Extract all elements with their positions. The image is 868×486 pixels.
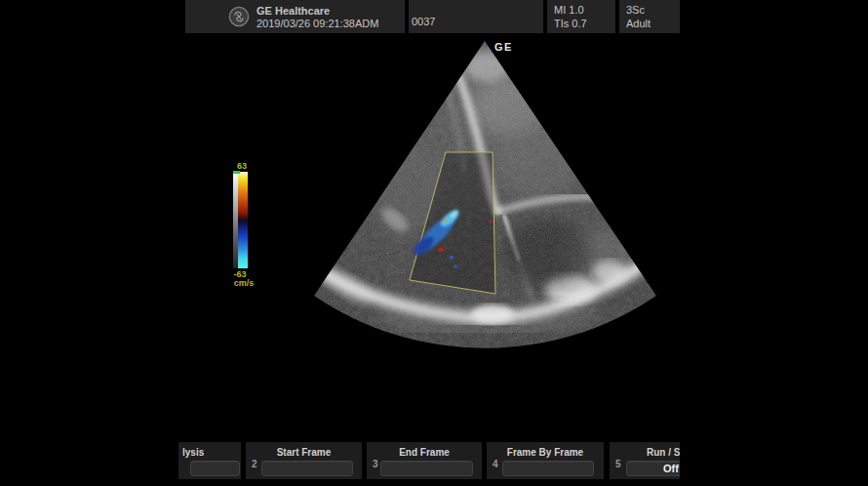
echo-sector-image: GE bbox=[0, 0, 868, 486]
softkey-label: End Frame bbox=[367, 447, 482, 458]
softkey-number: 2 bbox=[252, 459, 257, 469]
baseline-tick bbox=[233, 171, 240, 174]
softkey-label: Frame By Frame bbox=[487, 447, 604, 458]
velocity-unit-label: cm/s bbox=[229, 278, 258, 288]
softkey-number: 3 bbox=[373, 459, 378, 469]
softkey-label: Start Frame bbox=[246, 447, 362, 458]
velocity-max-label: 63 bbox=[230, 161, 254, 171]
softkey-label: lysis bbox=[178, 447, 241, 458]
velocity-colorbar bbox=[233, 172, 248, 268]
softkey-end-frame-button[interactable] bbox=[380, 461, 473, 476]
softkey-start-frame[interactable]: 2 Start Frame bbox=[246, 442, 362, 479]
softkey-number: 5 bbox=[615, 459, 621, 469]
softkey-run-stop[interactable]: 5 Run / S Off bbox=[610, 442, 680, 479]
doppler-color-strip bbox=[238, 172, 248, 268]
softkey-start-frame-button[interactable] bbox=[261, 461, 353, 476]
softkey-analysis-button[interactable] bbox=[190, 461, 240, 476]
ge-watermark: GE bbox=[494, 41, 513, 53]
softkey-frame-by-frame-button[interactable] bbox=[502, 461, 594, 476]
softkey-run-stop-button[interactable]: Off bbox=[626, 461, 680, 476]
softkey-label: Run / S bbox=[647, 447, 680, 458]
softkey-number: 4 bbox=[493, 459, 498, 469]
ultrasound-screen: GE Healthcare 2019/03/26 09:21:38ADM 003… bbox=[0, 0, 868, 486]
softkey-end-frame[interactable]: 3 End Frame bbox=[367, 442, 482, 479]
softkey-frame-by-frame[interactable]: 4 Frame By Frame bbox=[487, 442, 604, 479]
softkey-analysis[interactable]: lysis bbox=[178, 442, 241, 479]
